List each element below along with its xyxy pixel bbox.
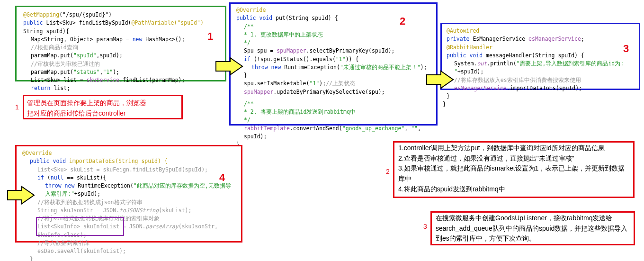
desc-label-2: 1.controller调用上架方法put，到数据库中查询对应id所对应的商品信… xyxy=(393,141,635,198)
side-number-3: 3 xyxy=(423,222,427,232)
code-block-1: @GetMapping("/spu/{spuId}") public List<… xyxy=(15,6,226,81)
arrow-icon xyxy=(215,57,243,76)
side-number-1: 1 xyxy=(15,102,19,112)
step-number-3: 3 xyxy=(623,41,629,56)
desc-label-3: 在搜索微服务中创建GoodsUpListener，接收rabbitmq发送给se… xyxy=(430,211,635,245)
annotation: @GetMapping xyxy=(23,11,59,18)
side-number-2: 2 xyxy=(386,167,390,177)
code-block-2: @Override public void put(String spuId) … xyxy=(229,2,438,126)
step-number-4: 4 xyxy=(219,170,225,185)
arrow-icon xyxy=(426,70,454,89)
arrow-icon xyxy=(7,186,35,205)
desc-label-1: 管理员在页面操作要上架的商品，浏览器 把对应的商品id传给后台controlle… xyxy=(23,95,183,119)
purple-highlight xyxy=(36,217,124,236)
step-number-1: 1 xyxy=(207,28,213,44)
step-number-2: 2 xyxy=(400,13,405,29)
code-block-3: @Autowired private EsManagerService esMa… xyxy=(440,23,640,90)
